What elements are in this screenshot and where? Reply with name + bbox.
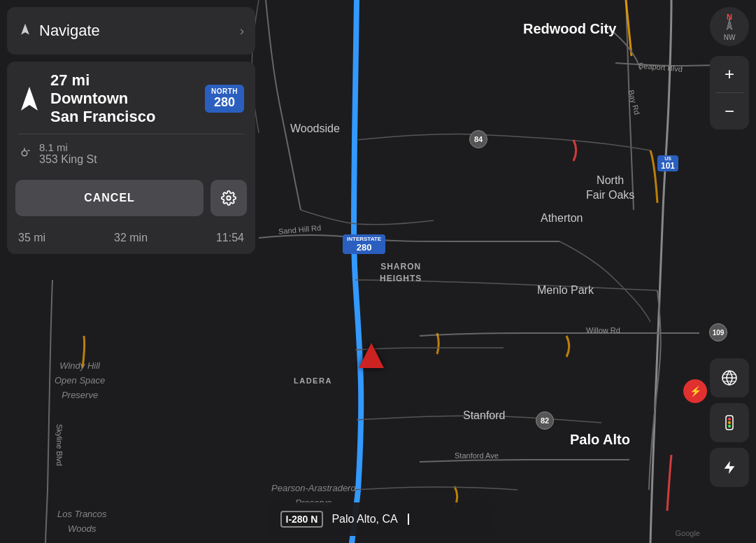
zoom-out-button[interactable]: −	[710, 93, 749, 129]
traffic-button[interactable]	[710, 403, 749, 442]
nav-bar: Navigate ›	[7, 7, 255, 55]
waypoint-address: 353 King St	[39, 153, 244, 166]
info-top-section: 27 mi Downtown San Francisco NORTH 280	[7, 62, 255, 134]
action-buttons: CANCEL	[7, 173, 255, 226]
info-panel: 27 mi Downtown San Francisco NORTH 280 8…	[7, 62, 255, 254]
waypoint-pin-icon	[18, 147, 31, 160]
compass-inner: N NW	[721, 12, 738, 41]
nav-left: Navigate	[18, 22, 100, 40]
waypoint-info: 8.1 mi 353 King St	[39, 141, 244, 166]
settings-button[interactable]	[211, 180, 247, 216]
tesla-charging-badge[interactable]: ⚡	[683, 379, 707, 403]
distance-text: 27 mi	[50, 71, 195, 90]
highway-badge-panel: NORTH 280	[205, 85, 244, 113]
compass[interactable]: N NW	[710, 7, 749, 46]
current-highway: I-280 N	[280, 511, 324, 528]
navigate-icon	[18, 22, 32, 40]
compass-nw-label: NW	[724, 34, 736, 41]
waypoint-distance: 8.1 mi	[39, 141, 244, 153]
vehicle-marker	[359, 343, 384, 368]
zoom-in-button[interactable]: +	[710, 56, 749, 92]
zoom-controls: + −	[710, 56, 749, 129]
destination-name: Downtown San Francisco	[50, 90, 195, 127]
svg-marker-0	[21, 87, 38, 111]
highway-badge-84: 84	[469, 130, 487, 148]
nav-arrow-icon[interactable]: ›	[240, 24, 244, 38]
highway-badge-82: 82	[536, 411, 554, 430]
nav-title: Navigate	[39, 22, 100, 40]
destination-info: 27 mi Downtown San Francisco	[50, 71, 195, 127]
waypoint-section: 8.1 mi 353 King St	[7, 134, 255, 173]
highway-badge-109: 109	[709, 323, 727, 341]
globe-button[interactable]	[710, 358, 749, 397]
bottom-status-bar: I-280 N Palo Alto, CA	[266, 502, 490, 536]
direction-arrow-icon	[18, 84, 41, 113]
highway-badge-280-map: INTERSTATE 280	[343, 234, 385, 254]
trip-stats: 35 mi 32 min 11:54	[7, 226, 255, 254]
svg-marker-11	[725, 461, 735, 474]
svg-point-10	[728, 425, 731, 428]
time-stat: 32 min	[114, 232, 148, 244]
svg-point-9	[728, 421, 731, 424]
google-watermark: Google	[676, 529, 700, 537]
svg-point-1	[22, 151, 27, 157]
svg-point-8	[728, 418, 731, 421]
arrival-stat: 11:54	[216, 232, 244, 244]
side-buttons	[710, 358, 749, 487]
cancel-button[interactable]: CANCEL	[15, 180, 204, 216]
highway-badge-101: US 101	[657, 155, 678, 171]
lightning-button[interactable]	[710, 448, 749, 487]
text-cursor	[408, 514, 409, 525]
total-distance-stat: 35 mi	[18, 232, 45, 244]
badge-north-label: NORTH	[211, 87, 238, 95]
current-location: Palo Alto, CA	[331, 513, 397, 526]
badge-number-label: 280	[214, 95, 235, 110]
compass-n-label: N	[727, 13, 732, 21]
